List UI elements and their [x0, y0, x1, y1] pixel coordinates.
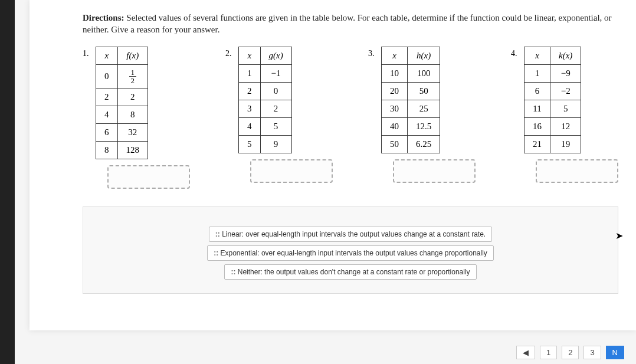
table-row: 506.25 [382, 135, 440, 153]
table-column: xg(x)1−120324559 [238, 47, 333, 183]
pager-page-3[interactable]: 3 [583, 346, 601, 359]
table-row: 1−1 [239, 64, 292, 82]
table-cell: 12 [117, 64, 148, 88]
table-cell: 2 [260, 100, 291, 117]
answer-chip-linear[interactable]: :: Linear: over equal-length input inter… [209, 227, 492, 242]
table-cell: 8 [96, 141, 118, 159]
table-cell: 11 [524, 100, 550, 117]
table-cell: −2 [550, 82, 581, 100]
table-row: 2050 [382, 82, 440, 100]
table-cell: 3 [239, 100, 261, 117]
table-cell: 2 [239, 82, 261, 100]
table-group-1: 1.xf(x)01222486328128 [83, 47, 190, 189]
table-cell: 10 [382, 64, 408, 82]
directions-body: Selected values of several functions are… [83, 13, 612, 34]
table-row: 8128 [96, 141, 148, 159]
table-cell: 30 [382, 100, 408, 117]
table-row: 012 [96, 64, 148, 88]
table-cell: −1 [260, 64, 291, 82]
fraction-one-half: 12 [129, 68, 137, 84]
table-column: xf(x)01222486328128 [96, 47, 190, 189]
answer-dropzone[interactable] [536, 159, 618, 183]
col-header-fn: g(x) [260, 47, 291, 64]
table-column: xk(x)1−96−211516122119 [524, 47, 618, 183]
table-row: 2119 [524, 135, 581, 153]
table-cell: 40 [382, 117, 408, 135]
table-cell: 5 [260, 117, 291, 135]
table-cell: 4 [239, 117, 261, 135]
col-header-fn: k(x) [550, 47, 581, 64]
table-cell: 4 [96, 106, 118, 123]
table-row: 10100 [382, 64, 440, 82]
problem-number: 2. [225, 47, 235, 58]
problem-number: 4. [511, 47, 520, 58]
tables-row: 1.xf(x)012224863281282.xg(x)1−1203245593… [83, 47, 618, 189]
table-cell: 9 [260, 135, 291, 153]
table-cell: 6 [96, 123, 118, 141]
col-header-x: x [96, 47, 118, 64]
table-row: 20 [239, 82, 292, 100]
table-cell: 12.5 [408, 117, 440, 135]
table-cell: 1 [524, 64, 550, 82]
function-table: xk(x)1−96−211516122119 [524, 47, 581, 153]
answer-dropzone[interactable] [107, 165, 190, 189]
table-cell: 8 [117, 106, 148, 123]
table-group-3: 3.xh(x)10100205030254012.5506.25 [368, 47, 476, 189]
table-cell: 2 [117, 88, 148, 106]
table-cell: 32 [117, 123, 148, 141]
function-table: xf(x)01222486328128 [96, 47, 148, 159]
table-cell: 16 [524, 117, 550, 135]
answer-chip-neither[interactable]: :: Neither: the output values don't chan… [224, 264, 476, 280]
table-row: 45 [239, 117, 292, 135]
table-cell: −9 [550, 64, 581, 82]
answer-bank: :: Linear: over equal-length input inter… [83, 206, 618, 294]
directions-text: Directions: Selected values of several f… [83, 12, 618, 36]
table-cell: 25 [408, 100, 440, 117]
pager-page-1[interactable]: 1 [540, 346, 557, 359]
table-row: 59 [239, 135, 292, 153]
table-cell: 128 [117, 141, 148, 159]
table-row: 115 [524, 100, 581, 117]
table-cell: 2 [96, 88, 118, 106]
table-row: 22 [96, 88, 148, 106]
window-border-left [0, 0, 15, 364]
function-table: xg(x)1−120324559 [238, 47, 292, 153]
table-cell: 0 [96, 64, 118, 88]
table-cell: 0 [260, 82, 291, 100]
table-cell: 1 [239, 64, 261, 82]
pager-next-button[interactable]: N [606, 346, 624, 359]
table-row: 6−2 [524, 82, 581, 100]
table-row: 632 [96, 123, 148, 141]
table-row: 3025 [382, 100, 440, 117]
col-header-fn: h(x) [408, 47, 440, 64]
function-table: xh(x)10100205030254012.5506.25 [381, 47, 440, 153]
pager: ◀ 1 2 3 N [516, 346, 624, 359]
table-cell: 5 [550, 100, 581, 117]
answer-dropzone[interactable] [250, 159, 333, 183]
table-column: xh(x)10100205030254012.5506.25 [381, 47, 476, 183]
answer-dropzone[interactable] [393, 159, 476, 183]
table-group-2: 2.xg(x)1−120324559 [225, 47, 333, 189]
table-group-4: 4.xk(x)1−96−211516122119 [511, 47, 618, 189]
table-cell: 12 [550, 117, 581, 135]
directions-label: Directions: [83, 13, 124, 22]
table-row: 48 [96, 106, 148, 123]
table-cell: 6 [524, 82, 550, 100]
col-header-x: x [524, 47, 550, 64]
pager-prev-button[interactable]: ◀ [516, 346, 535, 359]
table-row: 1−9 [524, 64, 581, 82]
table-cell: 50 [408, 82, 440, 100]
table-cell: 21 [524, 135, 550, 153]
worksheet-page: Directions: Selected values of several f… [29, 0, 636, 330]
table-cell: 100 [408, 64, 440, 82]
pager-page-2[interactable]: 2 [562, 346, 579, 359]
table-row: 1612 [524, 117, 581, 135]
table-cell: 5 [239, 135, 261, 153]
col-header-x: x [239, 47, 261, 64]
col-header-fn: f(x) [117, 47, 148, 64]
answer-chip-exponential[interactable]: :: Exponential: over equal-length input … [207, 245, 494, 261]
table-row: 4012.5 [382, 117, 440, 135]
table-cell: 20 [382, 82, 408, 100]
problem-number: 1. [83, 47, 92, 58]
table-cell: 19 [550, 135, 581, 153]
